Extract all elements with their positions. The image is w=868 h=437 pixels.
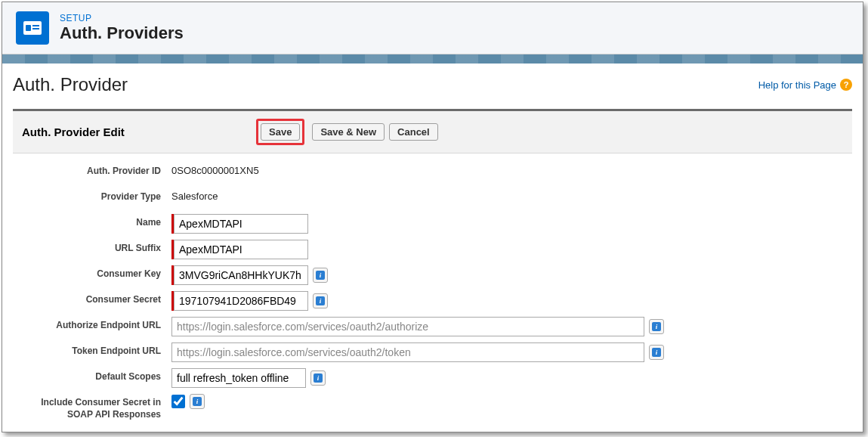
row-provider-type: Provider Type Salesforce	[22, 188, 843, 208]
save-button[interactable]: Save	[261, 123, 300, 141]
info-button-authorize-url[interactable]: i	[649, 319, 664, 334]
form-body: Auth. Provider ID 0SO8c0000001XN5 Provid…	[13, 153, 852, 420]
save-highlight-box: Save	[256, 119, 304, 145]
row-default-scopes: Default Scopes i	[22, 368, 843, 388]
row-token-url: Token Endpoint URL i	[22, 342, 843, 362]
include-secret-checkbox[interactable]	[171, 395, 185, 408]
consumer-secret-input[interactable]	[174, 291, 308, 311]
id-card-icon	[16, 11, 49, 45]
panel-title: Auth. Provider Edit	[22, 126, 241, 138]
row-consumer-key: Consumer Key i	[22, 265, 843, 285]
label-include-secret: Include Consumer Secret in SOAP API Resp…	[22, 394, 171, 420]
info-button-default-scopes[interactable]: i	[310, 370, 326, 386]
info-icon: i	[652, 322, 661, 331]
info-button-consumer-key[interactable]: i	[313, 268, 328, 283]
info-icon: i	[314, 373, 323, 383]
label-consumer-key: Consumer Key	[22, 265, 171, 280]
label-provider-id: Auth. Provider ID	[22, 163, 171, 178]
name-input[interactable]	[174, 214, 308, 234]
value-provider-type: Salesforce	[171, 188, 218, 202]
info-icon: i	[316, 296, 325, 305]
help-link[interactable]: Help for this Page ?	[758, 79, 852, 91]
info-icon: i	[193, 397, 202, 406]
setup-eyebrow: SETUP	[60, 13, 184, 23]
row-url-suffix: URL Suffix	[22, 240, 843, 259]
label-provider-type: Provider Type	[22, 188, 171, 203]
svg-rect-2	[32, 25, 39, 26]
token-url-input[interactable]	[171, 342, 644, 362]
info-button-include-secret[interactable]: i	[190, 394, 205, 409]
value-provider-id: 0SO8c0000001XN5	[171, 163, 259, 176]
save-and-new-button[interactable]: Save & New	[312, 123, 385, 141]
default-scopes-input[interactable]	[171, 368, 306, 388]
row-provider-id: Auth. Provider ID 0SO8c0000001XN5	[22, 163, 843, 182]
consumer-key-input[interactable]	[174, 265, 308, 285]
row-name: Name	[22, 214, 843, 234]
page-title: Auth. Providers	[60, 23, 184, 43]
label-consumer-secret: Consumer Secret	[22, 291, 171, 306]
button-group: Save Save & New Cancel	[256, 119, 438, 145]
panel-header: Auth. Provider Edit Save Save & New Canc…	[13, 111, 852, 153]
help-link-label: Help for this Page	[758, 79, 836, 91]
decorative-strip	[2, 54, 863, 64]
info-icon: i	[316, 271, 325, 280]
label-token-url: Token Endpoint URL	[22, 342, 171, 358]
row-consumer-secret: Consumer Secret i	[22, 291, 843, 311]
header-titles: SETUP Auth. Providers	[60, 13, 184, 43]
cancel-button[interactable]: Cancel	[389, 123, 438, 141]
svg-rect-1	[26, 25, 31, 31]
info-icon: i	[652, 348, 661, 357]
label-url-suffix: URL Suffix	[22, 240, 171, 255]
setup-header: SETUP Auth. Providers	[2, 2, 863, 54]
help-icon: ?	[840, 79, 852, 91]
svg-rect-3	[32, 28, 39, 29]
info-button-token-url[interactable]: i	[649, 345, 664, 360]
url-suffix-input[interactable]	[174, 240, 308, 259]
breadcrumb-row: Auth. Provider Help for this Page ?	[13, 74, 852, 95]
row-authorize-url: Authorize Endpoint URL i	[22, 317, 843, 336]
row-include-secret: Include Consumer Secret in SOAP API Resp…	[22, 394, 843, 420]
scroll-spacer	[13, 426, 852, 432]
page-heading: Auth. Provider	[13, 74, 128, 95]
authorize-url-input[interactable]	[171, 317, 644, 336]
app-window: SETUP Auth. Providers Auth. Provider Hel…	[2, 2, 863, 432]
content-scroll-area[interactable]: Auth. Provider Help for this Page ? Auth…	[2, 64, 863, 432]
label-default-scopes: Default Scopes	[22, 368, 171, 383]
label-authorize-url: Authorize Endpoint URL	[22, 317, 171, 332]
info-button-consumer-secret[interactable]: i	[313, 293, 328, 308]
edit-panel: Auth. Provider Edit Save Save & New Canc…	[13, 109, 852, 420]
label-name: Name	[22, 214, 171, 229]
